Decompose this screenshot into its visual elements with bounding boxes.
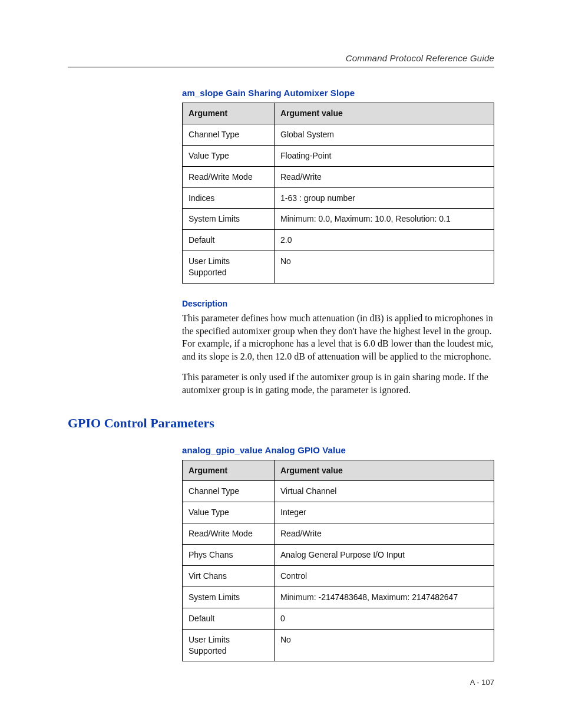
cell-arg: Virt Chans — [183, 566, 275, 587]
cell-val: 2.0 — [275, 230, 494, 251]
cell-val: No — [275, 629, 494, 661]
cell-val: 1-63 : group number — [275, 187, 494, 209]
cell-arg: Indices — [183, 187, 275, 209]
subsection-title-am-slope: am_slope Gain Sharing Automixer Slope — [182, 88, 494, 98]
th-argument: Argument — [183, 460, 275, 481]
table-row: Value Type Floating-Point — [183, 145, 494, 166]
table-row: User Limits Supported No — [183, 629, 494, 661]
header-rule — [68, 67, 494, 68]
description-heading: Description — [182, 299, 494, 308]
cell-arg: Default — [183, 230, 275, 251]
table-row: User Limits Supported No — [183, 251, 494, 284]
section-heading-gpio: GPIO Control Parameters — [68, 416, 494, 431]
cell-arg: Read/Write Mode — [183, 523, 275, 545]
page-number: A - 107 — [470, 678, 494, 687]
cell-arg: Channel Type — [183, 481, 275, 502]
page: Command Protocol Reference Guide am_slop… — [0, 0, 562, 728]
cell-val: Minimum: -2147483648, Maximum: 214748264… — [275, 587, 494, 608]
table-row: Default 2.0 — [183, 230, 494, 251]
table-row: System Limits Minimum: 0.0, Maximum: 10.… — [183, 209, 494, 230]
cell-arg: Value Type — [183, 502, 275, 523]
table-row: Phys Chans Analog General Purpose I/O In… — [183, 545, 494, 566]
table-header-row: Argument Argument value — [183, 460, 494, 481]
description-paragraph: This parameter defines how much attenuat… — [182, 312, 494, 363]
cell-val: Read/Write — [275, 166, 494, 187]
table-analog-gpio-value: Argument Argument value Channel Type Vir… — [182, 460, 494, 662]
table-row: Read/Write Mode Read/Write — [183, 523, 494, 545]
th-argument-value: Argument value — [275, 460, 494, 481]
th-argument-value: Argument value — [275, 103, 494, 124]
cell-arg: System Limits — [183, 209, 275, 230]
cell-arg: System Limits — [183, 587, 275, 608]
cell-arg: Value Type — [183, 145, 275, 166]
description-paragraph: This parameter is only used if the autom… — [182, 371, 494, 396]
table-am-slope: Argument Argument value Channel Type Glo… — [182, 103, 494, 284]
cell-val: No — [275, 251, 494, 284]
subsection-am-slope: am_slope Gain Sharing Automixer Slope Ar… — [182, 88, 494, 397]
cell-val: Read/Write — [275, 523, 494, 545]
cell-val: Virtual Channel — [275, 481, 494, 502]
cell-val: Analog General Purpose I/O Input — [275, 545, 494, 566]
table-row: Read/Write Mode Read/Write — [183, 166, 494, 187]
cell-val: Integer — [275, 502, 494, 523]
cell-val: Minimum: 0.0, Maximum: 10.0, Resolution:… — [275, 209, 494, 230]
cell-arg: Default — [183, 608, 275, 629]
table-row: Channel Type Global System — [183, 124, 494, 145]
table-row: Indices 1-63 : group number — [183, 187, 494, 209]
table-header-row: Argument Argument value — [183, 103, 494, 124]
cell-arg: Read/Write Mode — [183, 166, 275, 187]
table-row: Value Type Integer — [183, 502, 494, 523]
cell-val: 0 — [275, 608, 494, 629]
cell-arg: Phys Chans — [183, 545, 275, 566]
cell-val: Global System — [275, 124, 494, 145]
table-row: Virt Chans Control — [183, 566, 494, 587]
table-row: Default 0 — [183, 608, 494, 629]
cell-val: Control — [275, 566, 494, 587]
subsection-title-analog-gpio-value: analog_gpio_value Analog GPIO Value — [182, 445, 494, 455]
cell-arg: User Limits Supported — [183, 251, 275, 284]
cell-arg: User Limits Supported — [183, 629, 275, 661]
table-row: Channel Type Virtual Channel — [183, 481, 494, 502]
running-header: Command Protocol Reference Guide — [68, 53, 494, 63]
cell-arg: Channel Type — [183, 124, 275, 145]
cell-val: Floating-Point — [275, 145, 494, 166]
table-row: System Limits Minimum: -2147483648, Maxi… — [183, 587, 494, 608]
subsection-analog-gpio-value: analog_gpio_value Analog GPIO Value Argu… — [182, 445, 494, 662]
th-argument: Argument — [183, 103, 275, 124]
